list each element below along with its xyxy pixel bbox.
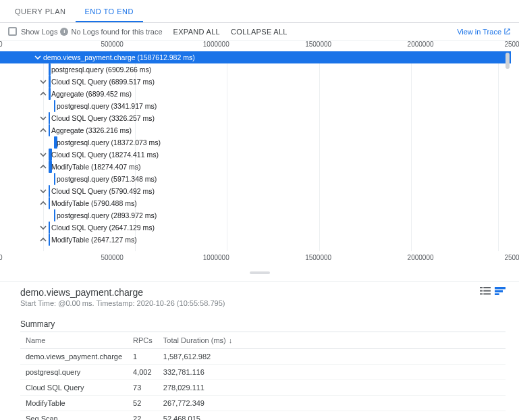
trace-body[interactable]: demo.views_payment.charge (1587612.982 m… (0, 51, 511, 251)
span-label: postgresql.query (2893.972 ms) (54, 211, 157, 219)
axis-tick: 250000 (504, 254, 519, 261)
detail-panel: demo.views_payment.charge Start Time: @0… (0, 281, 519, 420)
detail-subtitle: Start Time: @0.00 ms. Timestamp: 2020-10… (20, 299, 225, 307)
cell-rpcs: 1 (128, 349, 158, 365)
list-view-icon[interactable] (480, 287, 491, 295)
span-label: Aggregate (3326.216 ms) (49, 126, 132, 134)
axis-tick: 1000000 (203, 254, 229, 261)
expand-all-button[interactable]: EXPAND ALL (173, 28, 220, 36)
svg-rect-3 (483, 290, 491, 292)
trace-row[interactable]: Cloud SQL Query (18274.411 ms) (0, 149, 511, 161)
trace-row[interactable]: ModifyTable (2647.127 ms) (0, 234, 511, 246)
view-in-trace-link[interactable]: View in Trace (457, 28, 501, 36)
cell-rpcs: 22 (128, 411, 158, 421)
svg-rect-8 (495, 293, 499, 295)
trace-row[interactable]: Cloud SQL Query (6899.517 ms) (0, 76, 511, 88)
svg-rect-5 (483, 293, 491, 294)
axis-tick: 500000 (101, 254, 123, 261)
table-row[interactable]: postgresql.query4,002332,781.116 (20, 365, 506, 380)
axis-top: 0500000100000015000002000000250000 (0, 41, 511, 50)
table-row[interactable]: ModifyTable52267,772.349 (20, 396, 506, 411)
chevron-up-icon[interactable] (39, 90, 47, 98)
span-label: ModifyTable (18274.407 ms) (49, 163, 141, 171)
collapse-all-button[interactable]: COLLAPSE ALL (231, 28, 288, 36)
span-label: Cloud SQL Query (6899.517 ms) (49, 78, 155, 86)
chevron-down-icon[interactable] (39, 78, 47, 86)
trace-row[interactable]: postgresql.query (6909.266 ms) (0, 63, 511, 76)
tab-query-plan[interactable]: QUERY PLAN (5, 2, 76, 22)
axis-tick: 1000000 (203, 41, 229, 48)
external-link-icon (503, 28, 511, 35)
chevron-down-icon[interactable] (39, 114, 47, 122)
vertical-scrollbar[interactable] (506, 53, 510, 69)
axis-tick: 1500000 (305, 254, 331, 261)
svg-rect-1 (483, 287, 491, 288)
show-logs-checkbox[interactable] (8, 27, 17, 36)
cell-name: Seq Scan (20, 411, 128, 421)
bars-view-icon[interactable] (495, 287, 506, 295)
chevron-up-icon[interactable] (39, 163, 47, 171)
axis-tick: 1500000 (305, 41, 331, 48)
trace-row[interactable]: ModifyTable (5790.488 ms) (0, 197, 511, 209)
cell-name: demo.views_payment.charge (20, 349, 128, 365)
axis-tick: 500000 (101, 41, 123, 48)
cell-total: 332,781.116 (158, 365, 506, 380)
table-row[interactable]: Seq Scan2252,468.015 (20, 411, 506, 421)
span-label: Aggregate (6899.452 ms) (49, 90, 132, 98)
chevron-down-icon[interactable] (39, 224, 47, 232)
span-label: Cloud SQL Query (3326.257 ms) (49, 114, 155, 122)
axis-tick: 2000000 (408, 254, 434, 261)
trace-row[interactable]: Aggregate (6899.452 ms) (0, 88, 511, 100)
table-row[interactable]: demo.views_payment.charge11,587,612.982 (20, 349, 506, 365)
cell-total: 267,772.349 (158, 396, 506, 411)
svg-rect-4 (480, 293, 483, 294)
trace-row[interactable]: ModifyTable (18274.407 ms) (0, 161, 511, 173)
table-row[interactable]: Cloud SQL Query73278,029.111 (20, 380, 506, 396)
span-label: demo.views_payment.charge (1587612.982 m… (43, 53, 195, 61)
chevron-up-icon[interactable] (39, 126, 47, 134)
trace-row[interactable]: postgresql.query (18372.073 ms) (0, 136, 511, 149)
cell-total: 278,029.111 (158, 380, 506, 396)
col-header-total[interactable]: Total Duration (ms)↓ (158, 332, 506, 349)
trace-row[interactable]: Cloud SQL Query (5790.492 ms) (0, 185, 511, 197)
svg-rect-0 (480, 287, 483, 288)
trace-row[interactable]: Cloud SQL Query (2647.129 ms) (0, 221, 511, 234)
tab-end-to-end[interactable]: END TO END (76, 2, 143, 22)
span-label: ModifyTable (5790.488 ms) (49, 199, 137, 207)
span-label: postgresql.query (18372.073 ms) (54, 138, 161, 147)
col-header-name[interactable]: Name (20, 332, 128, 349)
trace-row[interactable]: postgresql.query (2893.972 ms) (0, 209, 511, 221)
cell-total: 52,468.015 (158, 411, 506, 421)
chevron-up-icon[interactable] (39, 199, 47, 207)
trace-row[interactable]: postgresql.query (5971.348 ms) (0, 173, 511, 185)
col-header-rpcs[interactable]: RPCs (128, 332, 158, 349)
span-label: postgresql.query (3341.917 ms) (54, 102, 157, 110)
cell-rpcs: 4,002 (128, 365, 158, 380)
tab-bar: QUERY PLAN END TO END (0, 0, 519, 23)
trace-row[interactable]: Aggregate (3326.216 ms) (0, 124, 511, 136)
pane-resize-handle[interactable] (250, 271, 270, 274)
cell-rpcs: 52 (128, 396, 158, 411)
chevron-down-icon[interactable] (39, 187, 47, 195)
trace-row[interactable]: postgresql.query (3341.917 ms) (0, 100, 511, 112)
chevron-up-icon[interactable] (39, 236, 47, 244)
trace-toolbar: Show Logs i No Logs found for this trace… (0, 23, 519, 41)
svg-rect-2 (480, 290, 483, 292)
info-icon[interactable]: i (60, 28, 68, 36)
chevron-down-icon[interactable] (39, 151, 47, 159)
trace-row[interactable]: Cloud SQL Query (3326.257 ms) (0, 112, 511, 124)
detail-title: demo.views_payment.charge (20, 287, 225, 298)
cell-name: Cloud SQL Query (20, 380, 128, 396)
cell-name: ModifyTable (20, 396, 128, 411)
span-label: postgresql.query (6909.266 ms) (49, 65, 151, 74)
axis-tick: 2000000 (408, 41, 434, 48)
axis-tick: 0 (0, 254, 3, 261)
span-label: Cloud SQL Query (18274.411 ms) (49, 151, 159, 159)
axis-tick: 250000 (504, 41, 519, 48)
cell-name: postgresql.query (20, 365, 128, 380)
axis-tick: 0 (0, 41, 3, 48)
chevron-down-icon[interactable] (34, 53, 42, 61)
trace-row[interactable]: demo.views_payment.charge (1587612.982 m… (0, 51, 511, 63)
svg-rect-6 (495, 287, 506, 289)
cell-rpcs: 73 (128, 380, 158, 396)
